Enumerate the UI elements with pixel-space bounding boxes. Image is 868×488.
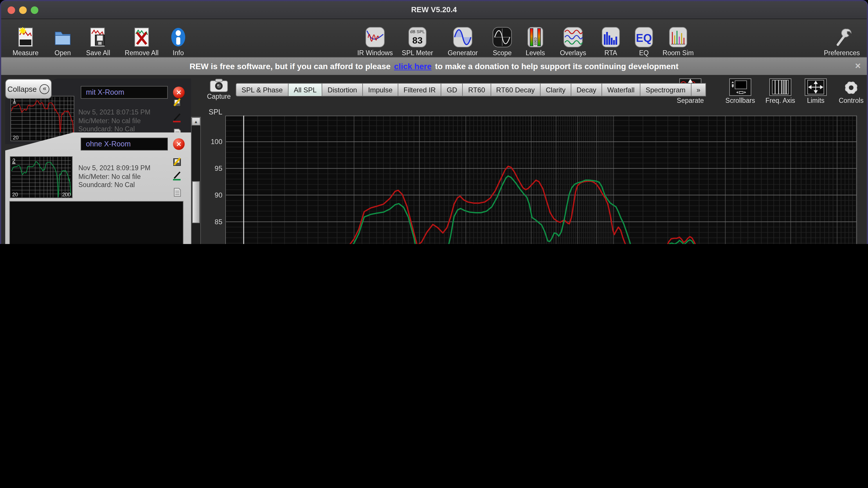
measurement-notes-area[interactable] <box>9 201 183 244</box>
measurement-2-name-input[interactable]: ohne X-Room <box>81 138 168 150</box>
collapse-chevrons-icon: « <box>40 84 50 94</box>
limits-icon <box>805 79 827 96</box>
info-icon <box>169 26 187 49</box>
y-axis-title: SPL <box>199 108 222 116</box>
tab-all-spl[interactable]: All SPL <box>288 83 322 96</box>
tab-gd[interactable]: GD <box>441 83 463 96</box>
collapse-button[interactable]: Collapse « <box>5 79 52 99</box>
ir-windows-icon <box>365 26 385 49</box>
svg-text:EQ: EQ <box>636 32 652 44</box>
overlays-icon <box>563 26 584 49</box>
measurement-2-trace-style-icon[interactable] <box>173 171 182 181</box>
measurement-list-scrollbar[interactable]: ▲ ▼ <box>191 117 201 244</box>
rta-icon <box>601 26 621 49</box>
measurement-2-notes-icon[interactable] <box>173 188 182 197</box>
measurement-2-thumbnail: 2 20 200 <box>10 156 72 198</box>
measurement-2-save-icon[interactable] <box>173 157 182 166</box>
banner-text-before: REW is free software, but if you can aff… <box>190 62 391 71</box>
svg-text:83: 83 <box>412 35 423 46</box>
tab-impulse[interactable]: Impulse <box>363 83 398 96</box>
controls-button[interactable]: Controls <box>826 79 868 104</box>
preferences-wrench-icon <box>832 26 852 49</box>
donation-link[interactable]: click here <box>394 62 431 71</box>
window-title: REW V5.20.4 <box>1 5 867 14</box>
save-all-button[interactable]: Save All <box>76 22 120 56</box>
measurement-1-trace-style-icon[interactable] <box>173 113 182 122</box>
capture-button[interactable]: Capture <box>206 79 232 103</box>
donation-banner: REW is free software, but if you can aff… <box>1 58 867 75</box>
scrollbars-icon <box>729 79 751 96</box>
rew-window: REW V5.20.4 Measure Open Save All Remove… <box>0 0 868 244</box>
tab-filtered-ir[interactable]: Filtered IR <box>398 83 441 96</box>
main-toolbar: Measure Open Save All Remove All Info I <box>1 19 867 58</box>
y-tick-label: 95 <box>199 165 222 173</box>
tab-waterfall[interactable]: Waterfall <box>602 83 641 96</box>
svg-text:0369: 0369 <box>533 37 537 45</box>
y-tick-label: 100 <box>199 138 222 146</box>
generator-icon <box>452 26 473 49</box>
banner-close-icon[interactable]: ✕ <box>855 62 861 70</box>
freq-axis-icon <box>769 79 792 96</box>
levels-icon: 0369 <box>527 26 544 49</box>
scope-icon <box>492 26 513 49</box>
spl-meter-icon: dB SPL83 <box>407 26 428 49</box>
measurement-2-meta: Nov 5, 2021 8:09:19 PM Mic/Meter: No cal… <box>79 164 150 189</box>
scrollbar-thumb[interactable] <box>192 181 200 223</box>
tab-more-chevron[interactable]: » <box>691 83 706 96</box>
measurement-1-save-icon[interactable] <box>173 97 182 107</box>
controls-gear-icon <box>840 79 862 96</box>
spl-meter-button[interactable]: dB SPL83 SPL Meter <box>395 22 439 56</box>
scroll-up-icon[interactable]: ▲ <box>192 117 200 125</box>
info-button[interactable]: Info <box>156 22 200 56</box>
save-all-icon <box>88 26 108 49</box>
title-bar: REW V5.20.4 <box>1 1 867 19</box>
tab-spectrogram[interactable]: Spectrogram <box>641 83 691 96</box>
tab-decay[interactable]: Decay <box>571 83 602 96</box>
measurement-1-delete-icon[interactable]: ✕ <box>173 87 185 98</box>
eq-icon: EQ <box>634 26 654 49</box>
tab-clarity[interactable]: Clarity <box>540 83 571 96</box>
tab-distortion[interactable]: Distortion <box>322 83 363 96</box>
svg-text:dB SPL: dB SPL <box>410 29 425 34</box>
measure-icon <box>16 26 35 49</box>
camera-icon <box>210 79 228 92</box>
tab-rt60[interactable]: RT60 <box>463 83 491 96</box>
remove-all-icon <box>132 26 152 49</box>
open-folder-icon <box>53 26 72 49</box>
tab-spl-phase[interactable]: SPL & Phase <box>236 83 288 96</box>
room-sim-button[interactable]: Room Sim <box>656 22 700 56</box>
ir-windows-button[interactable]: IR Windows <box>353 22 397 56</box>
measurement-1-name-input[interactable]: mit X-Room <box>81 86 168 99</box>
spl-chart-plot-area[interactable] <box>225 116 857 244</box>
graph-tab-bar: SPL & Phase All SPL Distortion Impulse F… <box>236 83 706 96</box>
measurement-2-delete-icon[interactable]: ✕ <box>173 138 185 150</box>
measurement-1-thumbnail: 1 20 200 <box>10 96 74 141</box>
banner-text-after: to make a donation to help support its c… <box>435 62 678 71</box>
preferences-button[interactable]: Preferences <box>820 22 864 56</box>
y-tick-label: 85 <box>199 218 222 226</box>
measurement-item-2-selected[interactable]: 2 20 200 ohne X-Room ✕ Nov 5, 2021 8:09:… <box>5 133 191 244</box>
generator-button[interactable]: Generator <box>441 22 485 56</box>
y-tick-label: 90 <box>199 191 222 199</box>
room-sim-icon <box>668 26 688 49</box>
tab-rt60-decay[interactable]: RT60 Decay <box>491 83 540 96</box>
measurement-1-meta: Nov 5, 2021 8:07:15 PM Mic/Meter: No cal… <box>79 108 150 133</box>
